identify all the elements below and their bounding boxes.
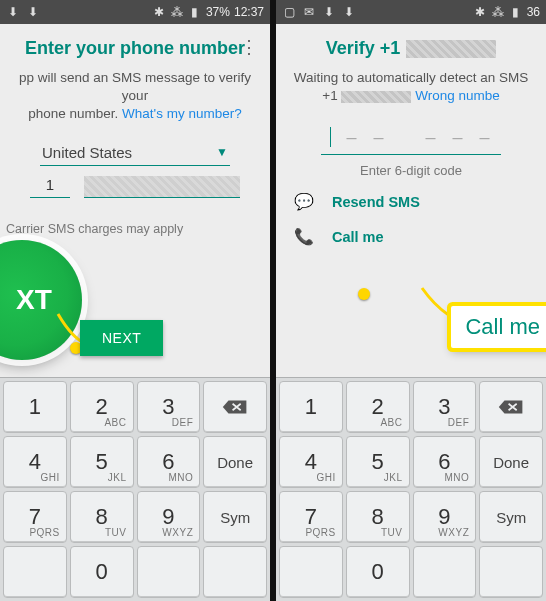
key-7[interactable]: 7PQRS [279,491,343,543]
phone-screen-enter-number: ⬇ ⬇ ✱ ⁂ ▮ 37% 12:37 Enter your phone num… [0,0,270,601]
wifi-icon: ⁂ [170,5,184,19]
carrier-note: Carrier SMS charges may apply [0,202,270,236]
page-title: Enter your phone number [25,38,245,59]
signal-icon: ▮ [188,5,202,19]
code-input[interactable]: –– ––– [321,123,501,155]
key-blank-left[interactable] [3,546,67,598]
key-9[interactable]: 9WXYZ [137,491,201,543]
signal-icon: ▮ [509,5,523,19]
country-selector[interactable]: United States ▼ [40,140,230,166]
key-6[interactable]: 6MNO [137,436,201,488]
country-code-input[interactable]: 1 [30,176,70,198]
bluetooth-icon: ✱ [473,5,487,19]
battery-percent: 36 [527,5,540,19]
key-blank-right[interactable] [413,546,477,598]
key-3[interactable]: 3DEF [137,381,201,433]
sms-explainer: pp will send an SMS message to verify yo… [0,65,270,128]
code-label: Enter 6-digit code [276,163,546,178]
key-7[interactable]: 7PQRS [3,491,67,543]
key-blank-right[interactable] [137,546,201,598]
phone-screen-verify: ▢ ✉ ⬇ ⬇ ✱ ⁂ ▮ 36 Verify +1 Waiting to au… [276,0,546,601]
callout-dot [358,288,370,300]
page-title: Verify +1 [276,24,546,65]
country-name: United States [42,144,132,161]
wrong-number-link[interactable]: Wrong numbe [415,88,500,103]
mail-icon: ✉ [302,5,316,19]
key-sym[interactable]: Sym [479,491,543,543]
key-done[interactable]: Done [203,436,267,488]
sms-icon: 💬 [294,192,314,211]
phone-number-input[interactable] [84,176,240,198]
app-icon: ▢ [282,5,296,19]
redacted-number-inline [341,91,411,103]
key-6[interactable]: 6MNO [413,436,477,488]
whats-my-number-link[interactable]: What's my number? [122,106,242,121]
key-5[interactable]: 5JKL [70,436,134,488]
key-9[interactable]: 9WXYZ [413,491,477,543]
numeric-keypad: 1 2ABC 3DEF 4GHI 5JKL 6MNO Done 7PQRS 8T… [0,377,270,601]
callout-highlight-callme: Call me [451,306,546,348]
key-0[interactable]: 0 [346,546,410,598]
key-blank-left[interactable] [279,546,343,598]
key-blank-corner[interactable] [479,546,543,598]
key-1[interactable]: 1 [279,381,343,433]
key-backspace[interactable] [203,381,267,433]
status-bar: ⬇ ⬇ ✱ ⁂ ▮ 37% 12:37 [0,0,270,24]
bluetooth-icon: ✱ [152,5,166,19]
phone-icon: 📞 [294,227,314,246]
download-icon: ⬇ [342,5,356,19]
status-bar: ▢ ✉ ⬇ ⬇ ✱ ⁂ ▮ 36 [276,0,546,24]
key-8[interactable]: 8TUV [70,491,134,543]
wifi-icon: ⁂ [491,5,505,19]
key-2[interactable]: 2ABC [70,381,134,433]
chevron-down-icon: ▼ [216,145,228,159]
key-8[interactable]: 8TUV [346,491,410,543]
numeric-keypad: 1 2ABC 3DEF 4GHI 5JKL 6MNO Done 7PQRS 8T… [276,377,546,601]
download-icon: ⬇ [26,5,40,19]
download-icon: ⬇ [322,5,336,19]
resend-sms-row[interactable]: 💬 Resend SMS [276,178,546,221]
waiting-text: Waiting to automatically detect an SMS +… [276,65,546,109]
key-done[interactable]: Done [479,436,543,488]
battery-percent: 37% [206,5,230,19]
redacted-number [406,40,496,58]
key-1[interactable]: 1 [3,381,67,433]
key-backspace[interactable] [479,381,543,433]
key-5[interactable]: 5JKL [346,436,410,488]
clock: 12:37 [234,5,264,19]
next-button[interactable]: NEXT [80,320,163,356]
app-body: Enter your phone number ⋮ pp will send a… [0,24,270,601]
key-0[interactable]: 0 [70,546,134,598]
overflow-menu-icon[interactable]: ⋮ [240,38,258,56]
call-me-row[interactable]: 📞 Call me [276,221,546,256]
key-2[interactable]: 2ABC [346,381,410,433]
key-3[interactable]: 3DEF [413,381,477,433]
key-sym[interactable]: Sym [203,491,267,543]
key-blank-corner[interactable] [203,546,267,598]
callout-bubble-next: XT [0,240,82,360]
app-body: Verify +1 Waiting to automatically detec… [276,24,546,601]
download-icon: ⬇ [6,5,20,19]
key-4[interactable]: 4GHI [279,436,343,488]
key-4[interactable]: 4GHI [3,436,67,488]
